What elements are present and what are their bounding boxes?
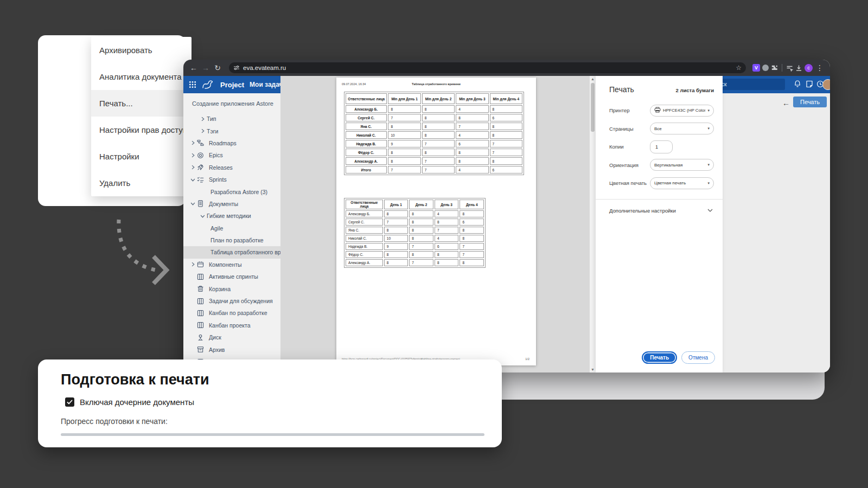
Ориентация-select[interactable]: Вертикальная▾ — [650, 159, 714, 171]
sidebar-item[interactable]: Активные спринты — [183, 271, 280, 282]
menu-dots-icon[interactable]: ⋮ — [815, 63, 825, 72]
dialog-print-button[interactable]: Печать — [642, 351, 677, 364]
sidebar-item[interactable]: Roadmaps — [183, 137, 280, 149]
value-cell: 8 — [409, 251, 433, 258]
chevron-icon[interactable] — [191, 153, 197, 158]
user-avatar[interactable] — [822, 79, 830, 90]
chevron-icon[interactable] — [201, 214, 207, 219]
address-bar[interactable]: eva.evateam.ru ☆ — [229, 62, 746, 73]
print-setting-row: ПринтерHPFCE43C (HP Color La:▾ — [596, 101, 723, 120]
sidebar-item[interactable]: Epics — [183, 149, 280, 161]
chevron-icon[interactable] — [191, 165, 197, 170]
value-cell: 8 — [384, 227, 409, 234]
sidebar-item-label: План по разработке — [210, 237, 264, 243]
download-icon[interactable] — [795, 65, 802, 72]
table-row: Яна С.8878 — [346, 227, 484, 234]
scroll-down-icon[interactable]: ▼ — [590, 368, 596, 371]
menu-item[interactable]: Аналитика документа — [91, 63, 192, 90]
menu-item[interactable]: Удалить — [91, 170, 192, 196]
sidebar-item[interactable]: План по разработке — [183, 234, 280, 246]
value-cell: 8 — [409, 235, 433, 242]
value-cell: 7 — [490, 149, 522, 156]
Цветная печать-select[interactable]: Цветная печать▾ — [650, 177, 714, 189]
bell-icon[interactable] — [793, 80, 802, 88]
brand-title[interactable]: Project — [220, 81, 244, 89]
sidebar-item[interactable]: Корзина — [183, 282, 280, 294]
progress-label: Прогресс подготовки к печати: — [61, 417, 484, 426]
bookmark-star-icon[interactable]: ☆ — [736, 64, 742, 72]
table-row: Сергей С.7886 — [346, 219, 484, 226]
sidebar-item[interactable]: Тип — [183, 113, 280, 125]
progress-bar — [61, 433, 484, 436]
sidebar-list: ТипТэгиRoadmapsEpicsReleasesSprintsРазра… — [183, 113, 280, 368]
menu-item[interactable]: Настройки — [91, 143, 192, 170]
doc-header: 09.07.2024, 16:34 Таблица отработанного … — [342, 82, 531, 88]
sidebar-item[interactable]: Диск — [183, 331, 280, 343]
scroll-up-icon[interactable]: ▲ — [590, 77, 596, 81]
profile-avatar[interactable]: c — [805, 64, 813, 72]
sidebar-item[interactable]: Releases — [183, 162, 280, 174]
forward-icon[interactable]: → — [201, 63, 210, 72]
chevron-icon[interactable] — [191, 177, 197, 182]
chevron-down-icon[interactable] — [707, 209, 713, 212]
sidebar-item[interactable]: Канбан по разработке — [183, 307, 280, 319]
sidebar-item-label: Компоненты — [209, 261, 242, 268]
page-print-button[interactable]: Печать — [793, 97, 827, 107]
person-cell: Надежда В. — [346, 243, 383, 250]
chevron-icon[interactable] — [201, 117, 207, 121]
value-cell: 8 — [384, 210, 409, 217]
page-back-icon[interactable]: ← — [782, 99, 790, 107]
additional-settings-label[interactable]: Дополнительные настройки — [609, 208, 676, 214]
checkbox-label[interactable]: Включая дочерние документы — [80, 397, 194, 407]
menu-item[interactable]: Печать... — [91, 90, 192, 117]
site-settings-icon[interactable] — [233, 65, 240, 71]
value-cell: 10 — [384, 235, 409, 242]
chevron-icon[interactable] — [191, 140, 197, 145]
extension-v-icon[interactable]: V — [752, 64, 760, 72]
chevron-icon[interactable] — [201, 129, 207, 133]
value-cell: 6 — [490, 166, 522, 174]
preview-scrollbar[interactable]: ▲ ▼ — [590, 76, 596, 373]
Страницы-select[interactable]: Все▾ — [650, 123, 714, 134]
chevron-icon[interactable] — [191, 262, 197, 267]
apps-grid-icon[interactable] — [189, 81, 196, 88]
value-cell: 8 — [456, 157, 488, 165]
sidebar-item[interactable]: Agile — [183, 222, 280, 234]
sidebar-item[interactable]: Архив — [183, 343, 280, 355]
value-cell: 4 — [456, 131, 488, 139]
scrollbar-thumb[interactable] — [591, 83, 595, 132]
sidebar-item-label: Тип — [207, 115, 216, 122]
chevron-icon[interactable] — [191, 201, 197, 206]
url-text[interactable]: eva.evateam.ru — [243, 65, 732, 71]
trash-icon — [197, 285, 206, 292]
setting-label: Ориентация — [609, 162, 639, 168]
reload-icon[interactable]: ↻ — [213, 63, 222, 72]
menu-item[interactable]: Настройки прав доступа — [91, 117, 192, 143]
value-cell: 7 — [384, 219, 409, 226]
sidebar-item[interactable]: Разработка Astore (3) — [183, 185, 280, 197]
sidebar-item-label: Канбан проекта — [209, 322, 251, 329]
dialog-cancel-button[interactable]: Отмена — [681, 351, 715, 364]
sidebar-item[interactable]: Задачи для обсуждения — [183, 295, 280, 307]
include-children-checkbox[interactable] — [65, 397, 74, 407]
panel-icon[interactable] — [786, 65, 793, 72]
sidebar-item-label: Разработка Astore (3) — [210, 189, 267, 195]
globe-extension-icon[interactable] — [762, 65, 769, 71]
sidebar-item[interactable]: Гибкие методики — [183, 210, 280, 222]
menu-item[interactable]: Архивировать — [91, 37, 192, 63]
sidebar-item[interactable]: Документы — [183, 198, 280, 210]
sidebar-item[interactable]: Тэги — [183, 125, 280, 137]
extensions-puzzle-icon[interactable] — [771, 65, 778, 72]
sidebar-item[interactable]: Канбан проекта — [183, 319, 280, 331]
copies-input[interactable]: 1 — [650, 140, 673, 153]
notes-icon[interactable] — [805, 80, 814, 88]
sidebar-item[interactable]: Компоненты — [183, 259, 280, 271]
sidebar-item[interactable]: Sprints — [183, 174, 280, 185]
value-cell: 8 — [490, 157, 522, 165]
value-cell: 8 — [459, 227, 484, 234]
person-cell: Сергей С. — [346, 219, 383, 226]
sidebar-item[interactable]: Таблица отработанного времени — [183, 246, 280, 258]
Принтер-select[interactable]: HPFCE43C (HP Color La:▾ — [650, 105, 714, 117]
back-icon[interactable]: ← — [189, 63, 199, 72]
sidebar-item-label: Канбан по разработке — [209, 310, 267, 316]
